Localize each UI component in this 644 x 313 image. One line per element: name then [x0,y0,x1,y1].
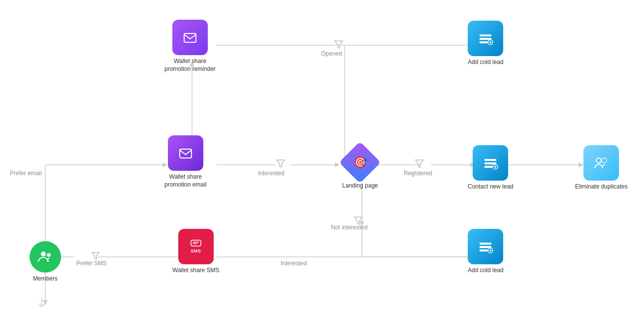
workflow-canvas: Members Prefer email Prefer SMS Wallet s… [0,0,644,313]
landing-page-label: Landing page [342,182,378,190]
svg-rect-35 [480,41,487,43]
wallet-promo-reminder-node[interactable]: Wallet sharepromotion reminder [164,20,216,73]
wallet-sms-box: SMS [178,229,214,264]
svg-point-29 [47,253,51,257]
interested-filter [276,158,286,169]
wallet-promo-reminder-label: Wallet sharepromotion reminder [164,58,216,73]
eliminate-duplicates-box [583,145,619,181]
interested-label: Interested [258,170,284,177]
svg-rect-43 [480,250,487,251]
add-cold-lead-top-node[interactable]: Add cold lead [468,21,504,66]
svg-point-45 [596,158,601,163]
opened-filter [334,39,344,50]
add-cold-lead-top-label: Add cold lead [468,59,504,66]
svg-rect-37 [484,159,496,161]
svg-rect-30 [184,33,196,42]
svg-rect-39 [484,166,492,168]
svg-rect-33 [480,34,491,36]
svg-point-28 [41,251,46,256]
prefer-sms-filter-icon [91,251,100,261]
svg-rect-31 [180,149,192,158]
contact-new-lead-node[interactable]: Contact new lead [468,145,514,191]
wallet-promo-email-box [168,135,203,171]
add-cold-lead-top-box [468,21,503,56]
wallet-sms-label: Wallet share SMS [172,267,220,275]
svg-rect-42 [480,246,491,248]
opened-label: Opened [321,50,342,57]
prefer-email-label: Prefer email [10,170,42,177]
eliminate-duplicates-node[interactable]: Eliminate duplicates [575,145,628,191]
svg-rect-41 [480,243,491,245]
svg-point-46 [602,158,607,163]
svg-marker-14 [335,162,340,167]
members-node[interactable]: Members [30,241,61,283]
contact-new-lead-box [473,145,508,181]
members-label: Members [33,275,58,283]
add-cold-lead-bottom-label: Add cold lead [468,267,504,275]
wallet-sms-node[interactable]: SMS Wallet share SMS [172,229,220,275]
wallet-promo-email-node[interactable]: Wallet sharepromotion email [164,135,206,188]
bottom-arrow [37,298,47,310]
prefer-sms-label: Prefer SMS [76,260,107,267]
add-cold-lead-bottom-box [468,229,503,264]
wallet-promo-email-label: Wallet sharepromotion email [164,173,206,188]
wallet-promo-reminder-box [172,20,208,55]
not-interested-label: Not interested [331,224,368,231]
add-cold-lead-bottom-node[interactable]: Add cold lead [468,229,504,275]
svg-rect-32 [191,240,201,246]
registered-filter [415,158,424,169]
svg-rect-38 [484,162,496,164]
eliminate-duplicates-label: Eliminate duplicates [575,183,628,191]
landing-page-diamond: 🎯 [343,145,377,180]
registered-label: Registered [404,170,432,177]
members-icon [30,241,61,273]
contact-new-lead-label: Contact new lead [468,183,514,191]
landing-page-node[interactable]: 🎯 Landing page [342,145,378,190]
svg-rect-34 [480,38,491,40]
interested2-label: Interested [281,260,307,267]
